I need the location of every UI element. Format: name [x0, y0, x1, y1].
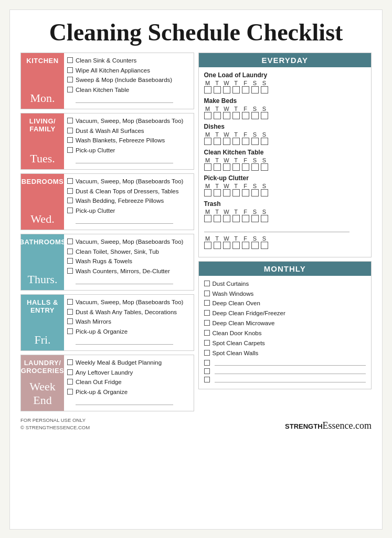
day-checkbox[interactable]	[204, 86, 211, 94]
checkbox[interactable]	[67, 128, 73, 133]
day-checkbox[interactable]	[214, 138, 221, 145]
monthly-checkbox[interactable]	[204, 350, 210, 356]
day-checkbox[interactable]	[232, 242, 240, 249]
checkbox[interactable]	[67, 118, 73, 123]
checkbox[interactable]	[67, 208, 73, 213]
checkbox[interactable]	[67, 359, 73, 365]
checkbox[interactable]	[67, 318, 73, 324]
day-letter: S	[251, 80, 259, 86]
day-checkbox[interactable]	[261, 189, 268, 196]
day-letter: W	[223, 80, 230, 86]
day-checkbox[interactable]	[251, 242, 259, 249]
day-checkbox[interactable]	[261, 242, 268, 249]
day-checkbox[interactable]	[232, 86, 240, 94]
day-checkbox[interactable]	[232, 189, 240, 196]
section-label-bedrooms: BEDROOMSWed.	[21, 174, 64, 230]
task-item: Dust & Wash All Surfaces	[67, 127, 189, 135]
checkbox[interactable]	[67, 328, 73, 334]
monthly-checkbox[interactable]	[204, 281, 210, 286]
day-checkbox[interactable]	[204, 112, 211, 119]
day-checkbox[interactable]	[242, 242, 249, 249]
day-checkbox[interactable]	[251, 112, 259, 119]
monthly-checkbox[interactable]	[204, 310, 210, 316]
checkbox[interactable]	[67, 239, 73, 244]
day-checkbox[interactable]	[214, 163, 221, 171]
monthly-checkbox[interactable]	[204, 330, 210, 336]
day-checkbox[interactable]	[223, 215, 230, 222]
monthly-checkbox[interactable]	[204, 291, 210, 296]
day-checkbox[interactable]	[214, 189, 221, 196]
checkbox[interactable]	[67, 178, 73, 184]
day-checkbox[interactable]	[223, 86, 230, 94]
day-checkbox[interactable]	[251, 138, 259, 145]
day-checkbox[interactable]	[204, 163, 211, 171]
day-checkbox[interactable]	[261, 138, 268, 145]
day-checkbox[interactable]	[232, 112, 240, 119]
checkbox[interactable]	[67, 379, 73, 385]
checkbox[interactable]	[67, 198, 73, 203]
day-letter: F	[242, 80, 249, 86]
day-checkbox[interactable]	[204, 138, 211, 145]
day-checkbox[interactable]	[214, 112, 221, 119]
checkbox[interactable]	[67, 57, 73, 63]
checkbox[interactable]	[67, 299, 73, 305]
task-label: Wash Blankets, Febreeze Pillows	[76, 137, 165, 144]
checkbox[interactable]	[67, 147, 73, 153]
day-checkbox[interactable]	[223, 138, 230, 145]
monthly-blank-checkbox[interactable]	[204, 368, 210, 374]
checkbox[interactable]	[67, 309, 73, 315]
day-checkbox[interactable]	[223, 189, 230, 196]
checkbox[interactable]	[67, 67, 73, 73]
monthly-checkbox[interactable]	[204, 320, 210, 326]
day-letter: F	[242, 131, 249, 138]
monthly-blank-line	[204, 376, 366, 382]
day-checkbox[interactable]	[214, 86, 221, 94]
day-checkbox[interactable]	[242, 215, 249, 222]
day-checkbox[interactable]	[223, 242, 230, 249]
day-checkbox[interactable]	[204, 215, 211, 222]
checkbox[interactable]	[67, 77, 73, 82]
checkbox[interactable]	[67, 249, 73, 254]
day-checkbox[interactable]	[251, 189, 259, 196]
day-checkbox[interactable]	[261, 163, 268, 171]
day-checkbox[interactable]	[232, 163, 240, 171]
task-item: Vacuum, Sweep, Mop (Baseboards Too)	[67, 117, 189, 125]
checkbox[interactable]	[67, 258, 73, 264]
monthly-blank-underline	[215, 359, 366, 366]
day-checkbox[interactable]	[204, 189, 211, 196]
day-checkbox[interactable]	[214, 242, 221, 249]
checkbox[interactable]	[67, 369, 73, 375]
day-checkbox[interactable]	[214, 215, 221, 222]
day-checkbox[interactable]	[242, 86, 249, 94]
day-checkbox[interactable]	[223, 112, 230, 119]
section-tasks-living: Vacuum, Sweep, Mop (Baseboards Too)Dust …	[64, 113, 194, 169]
day-checkbox[interactable]	[242, 163, 249, 171]
checkbox[interactable]	[67, 188, 73, 194]
checkbox[interactable]	[67, 137, 73, 143]
day-checkbox[interactable]	[232, 215, 240, 222]
day-checkbox[interactable]	[232, 138, 240, 145]
day-checkbox[interactable]	[204, 242, 211, 249]
everyday-days-header: MTWTFSS	[204, 80, 366, 86]
day-letter: F	[242, 106, 249, 112]
day-checkbox[interactable]	[242, 189, 249, 196]
task-label: Clean Toilet, Shower, Sink, Tub	[76, 248, 159, 256]
monthly-checkbox[interactable]	[204, 340, 210, 346]
day-checkbox[interactable]	[223, 163, 230, 171]
day-checkbox[interactable]	[251, 215, 259, 222]
checkbox[interactable]	[67, 268, 73, 274]
checkbox[interactable]	[67, 389, 73, 395]
day-checkbox[interactable]	[251, 163, 259, 171]
day-checkbox[interactable]	[261, 112, 268, 119]
everyday-days-header: MTWTFSS	[204, 131, 366, 138]
monthly-blank-checkbox[interactable]	[204, 360, 210, 366]
day-checkbox[interactable]	[242, 112, 249, 119]
day-checkbox[interactable]	[242, 138, 249, 145]
day-checkbox[interactable]	[261, 215, 268, 222]
monthly-checkbox[interactable]	[204, 300, 210, 306]
monthly-blank-checkbox[interactable]	[204, 377, 210, 382]
task-item: Wash Rugs & Towels	[67, 257, 189, 265]
day-checkbox[interactable]	[251, 86, 259, 94]
day-checkbox[interactable]	[261, 86, 268, 94]
checkbox[interactable]	[67, 87, 73, 92]
